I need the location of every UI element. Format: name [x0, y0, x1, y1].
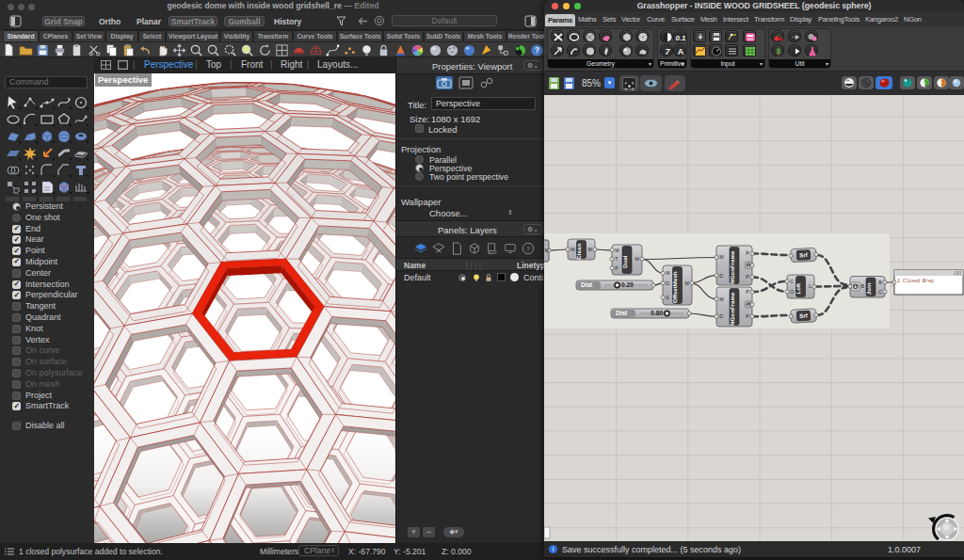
- svg-text:?: ?: [535, 45, 539, 55]
- svg-text:Dist: Dist: [616, 310, 628, 316]
- svg-text:M: M: [666, 270, 669, 276]
- svg-text:Join: Join: [865, 282, 872, 295]
- svg-text:D: D: [719, 273, 723, 279]
- svg-text:D: D: [666, 280, 669, 286]
- svg-text:P: P: [746, 289, 749, 295]
- svg-text:M: M: [635, 256, 638, 262]
- svg-text:P: P: [746, 250, 749, 256]
- svg-text:B: B: [878, 280, 882, 285]
- svg-text:M: M: [684, 280, 688, 286]
- svg-text:M: M: [615, 248, 619, 253]
- svg-text:M: M: [719, 296, 723, 302]
- svg-text:B: B: [861, 283, 865, 289]
- svg-text:C: C: [790, 279, 794, 284]
- svg-text:Loft: Loft: [795, 283, 802, 295]
- svg-text:M: M: [570, 247, 574, 252]
- svg-text:D: D: [719, 313, 723, 319]
- svg-text:Srf: Srf: [799, 312, 809, 318]
- svg-text:(0): (0): [954, 271, 962, 276]
- svg-text:M: M: [719, 254, 723, 260]
- svg-text:OffsetMesh: OffsetMesh: [672, 271, 679, 303]
- svg-text:P: P: [746, 313, 749, 319]
- svg-text:O: O: [790, 289, 794, 295]
- svg-text:0.20: 0.20: [621, 281, 634, 288]
- svg-text:M: M: [587, 247, 591, 252]
- svg-text:?: ?: [526, 246, 530, 252]
- svg-text:A: A: [677, 47, 683, 56]
- svg-text:P: P: [746, 274, 749, 280]
- svg-text:C: C: [878, 289, 882, 295]
- svg-text:Srf: Srf: [799, 251, 809, 258]
- svg-text:NGonFrame: NGonFrame: [729, 250, 735, 284]
- svg-text:Clean: Clean: [576, 244, 583, 260]
- svg-text:Dist: Dist: [581, 281, 593, 288]
- svg-text:Dual: Dual: [621, 255, 628, 268]
- svg-text:M: M: [545, 248, 549, 253]
- svg-text:0.1: 0.1: [675, 33, 686, 41]
- svg-text:S: S: [666, 295, 669, 300]
- svg-text:NGonFrame: NGonFrame: [729, 292, 735, 326]
- svg-text:P: P: [615, 265, 619, 271]
- svg-text:L: L: [809, 283, 811, 289]
- svg-text:1 Closed Brep: 1 Closed Brep: [897, 279, 934, 284]
- svg-text:7: 7: [665, 47, 670, 56]
- svg-text:0.80: 0.80: [651, 310, 663, 316]
